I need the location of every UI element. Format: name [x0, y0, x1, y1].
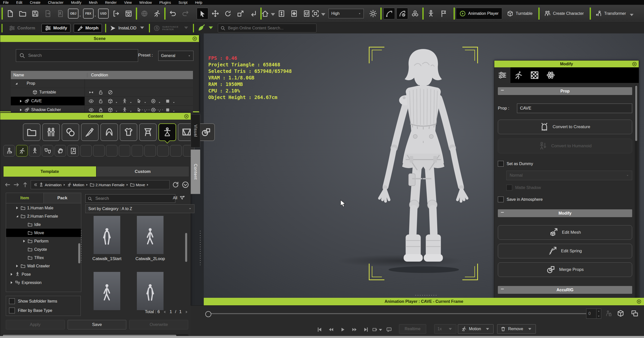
content-subcategory-button[interactable]	[157, 145, 169, 157]
dock-tab-visual[interactable]: Visual	[191, 114, 200, 148]
column-name[interactable]: Name	[11, 73, 87, 77]
content-subcategory-button[interactable]	[93, 145, 105, 157]
content-subcategory-button[interactable]	[80, 145, 92, 157]
transport-button[interactable]	[361, 325, 370, 334]
toolbar-button[interactable]	[55, 8, 66, 19]
tri-right-icon[interactable]	[185, 310, 188, 314]
asset-search-input[interactable]	[95, 196, 173, 201]
content-category-button[interactable]	[42, 123, 60, 141]
instalod-plugin-button[interactable]: InstaLOD	[109, 24, 146, 32]
menu-item[interactable]: File	[3, 1, 9, 5]
tab-item[interactable]: Item	[6, 193, 44, 203]
modify-tab[interactable]	[510, 67, 527, 83]
toolbar-button[interactable]	[43, 8, 54, 19]
transport-button[interactable]	[373, 325, 382, 334]
online-content-search[interactable]	[218, 24, 316, 32]
modify-tab[interactable]	[543, 67, 559, 83]
toolbar-mode-button[interactable]: Turntable	[504, 8, 536, 19]
timeline-track[interactable]	[208, 313, 594, 314]
menu-item[interactable]: Modify	[71, 1, 81, 5]
online-content-search-input[interactable]	[227, 26, 314, 31]
asset-thumbnail-image[interactable]	[94, 272, 120, 310]
animation-player-bar[interactable]: Animation Player : CAVE - Current Frame	[204, 298, 644, 305]
toolbar-mode-button[interactable]: Animation Player	[456, 8, 502, 19]
cube-icon[interactable]	[617, 310, 624, 317]
asset-thumbnail-image[interactable]	[137, 216, 164, 254]
save-in-atmosphere-checkbox[interactable]: Save in Atmosphere	[498, 197, 632, 202]
content-category-button[interactable]	[81, 123, 99, 141]
tree-item[interactable]: TRex	[6, 254, 81, 262]
caret-down-icon[interactable]	[596, 309, 601, 314]
caret-down-icon[interactable]	[173, 101, 175, 104]
tree-item[interactable]: Idle	[6, 220, 81, 229]
toolbar-mode-button[interactable]: Create Character	[541, 8, 587, 19]
tree-item[interactable]: Perform	[6, 237, 81, 245]
scene-panel-titlebar[interactable]: Scene	[0, 35, 199, 42]
toolbar-button[interactable]	[222, 8, 233, 19]
modify-tab[interactable]	[527, 67, 543, 83]
caret-down-icon[interactable]	[130, 110, 132, 113]
toolbar-mode-button[interactable]: Transformer	[592, 8, 638, 19]
motion-select[interactable]: Motion	[458, 324, 494, 334]
content-category-button[interactable]	[23, 123, 41, 141]
export-format-button[interactable]: USD	[98, 9, 109, 19]
toolbar-button[interactable]	[396, 8, 408, 19]
bowtie-icon[interactable]	[89, 90, 94, 95]
content-subcategory-button[interactable]	[132, 145, 143, 157]
checkbox-box[interactable]	[9, 298, 15, 304]
tri-exp-icon[interactable]	[15, 214, 19, 218]
content-category-button[interactable]	[100, 123, 118, 141]
modify-mode-button[interactable]: Modify	[42, 24, 70, 32]
column-condition[interactable]: Condition	[87, 73, 108, 77]
frame-value[interactable]: 0	[586, 309, 596, 318]
tree-splitter[interactable]	[80, 230, 82, 262]
tri-left-icon[interactable]	[163, 310, 167, 314]
close-icon[interactable]	[632, 62, 637, 67]
toolbar-button[interactable]	[248, 8, 259, 19]
asset-thumbnail[interactable]: Catwalk_1Start	[94, 216, 120, 262]
checkbox-box[interactable]	[9, 308, 15, 313]
tree-item[interactable]: Coyote	[6, 245, 81, 254]
scene-search-input[interactable]	[28, 53, 135, 58]
menu-item[interactable]: View	[124, 1, 132, 5]
menu-item[interactable]: Edit	[16, 1, 22, 5]
toolbar-button[interactable]	[110, 8, 122, 19]
square-fill-icon[interactable]	[165, 99, 170, 104]
asset-thumbnail[interactable]	[137, 272, 164, 311]
toolbar-button[interactable]	[30, 8, 41, 19]
content-category-button[interactable]	[139, 123, 157, 141]
toolbar-button[interactable]	[301, 8, 312, 19]
cube-icon[interactable]	[108, 99, 113, 104]
content-category-button[interactable]	[158, 123, 176, 141]
tree-item[interactable]: 2.Human Female	[6, 212, 81, 220]
tree-scrollbar[interactable]	[78, 243, 80, 263]
scene-row-name[interactable]: Turntable	[11, 88, 85, 96]
toolbar-button[interactable]	[314, 8, 325, 19]
breadcrumb-segment[interactable]: Animation	[39, 182, 66, 187]
preset-select[interactable]: General	[158, 51, 193, 61]
content-category-button[interactable]	[62, 123, 79, 141]
marketplace-button[interactable]	[197, 24, 215, 32]
content-subcategory-button[interactable]	[29, 145, 41, 157]
asset-thumbnail-image[interactable]	[94, 216, 120, 254]
asset-thumbnail-image[interactable]	[137, 272, 164, 310]
close-icon[interactable]	[636, 299, 641, 304]
tri-right-icon[interactable]	[15, 206, 19, 210]
tri-right-icon[interactable]	[19, 108, 23, 112]
set-as-dummy-checkbox[interactable]: Set as Dummy	[498, 161, 632, 167]
pose-person-icon[interactable]	[122, 99, 127, 104]
content-subcategory-button[interactable]	[16, 145, 28, 157]
toolbar-button[interactable]	[5, 8, 16, 19]
transport-button[interactable]	[350, 325, 358, 334]
splitter-handle[interactable]	[415, 294, 438, 296]
modify-scrollbar-thumb[interactable]	[635, 86, 637, 141]
pose-person-icon[interactable]	[122, 107, 127, 113]
arrow-left-icon[interactable]	[4, 181, 11, 188]
tree-item[interactable]: Expression	[6, 278, 81, 287]
conform-mode-button[interactable]: Conform	[6, 24, 38, 32]
breadcrumb-segment[interactable]: Move	[130, 182, 149, 187]
morph-mode-button[interactable]: Morph	[74, 24, 102, 32]
substance-painter-plugin-button[interactable]: SUBSTANCE PAINTER	[153, 24, 190, 32]
option-checkbox[interactable]: Show Subfolder Items	[9, 298, 80, 304]
menu-item[interactable]: Mesh	[89, 1, 97, 5]
